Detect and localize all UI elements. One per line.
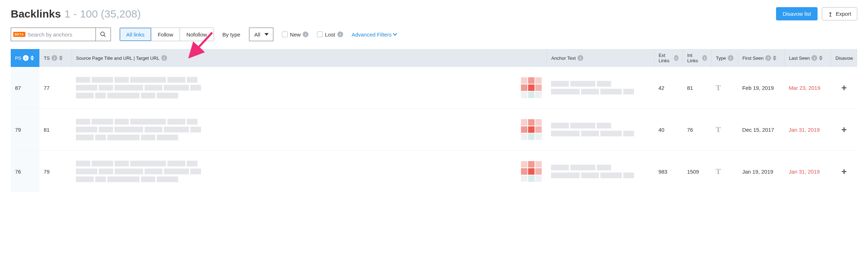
link-type-segment: All links Follow Nofollow (120, 28, 214, 41)
disavow-list-button[interactable]: Disavow list (776, 7, 817, 20)
cell-int-links: 76 (683, 109, 711, 151)
col-source[interactable]: Source Page Title and URL | Target URL i (72, 49, 547, 67)
cell-ext-links: 983 (654, 151, 683, 193)
cell-type: T (711, 151, 738, 193)
cell-ps: 87 (11, 67, 39, 109)
col-ps[interactable]: PS i (11, 49, 39, 67)
col-disavow: Disavow (831, 49, 857, 67)
chevron-down-icon (393, 31, 397, 35)
info-icon: i (577, 55, 583, 61)
lost-checkbox[interactable]: Lost i (317, 31, 343, 38)
bytype-select[interactable]: All (249, 28, 274, 41)
bytype-label: By type (223, 31, 240, 38)
export-label: Export (836, 11, 851, 17)
toolbar: BETA All links Follow Nofollow By type A… (11, 28, 857, 41)
info-icon: i (728, 55, 733, 61)
backlinks-table: PS i TS i Source Page Title and URL | Ta… (11, 49, 857, 192)
cell-int-links: 81 (683, 67, 711, 109)
cell-last-seen: Jan 31, 2019 (784, 151, 831, 193)
text-type-icon: T (716, 125, 721, 134)
cell-source (72, 67, 547, 109)
table-header: PS i TS i Source Page Title and URL | Ta… (11, 49, 857, 67)
cell-disavow: + (831, 109, 857, 151)
search-group: BETA (11, 28, 111, 41)
checkbox-icon (317, 31, 323, 37)
cell-first-seen: Jan 19, 2019 (738, 151, 784, 193)
text-type-icon: T (716, 83, 721, 92)
seg-nofollow[interactable]: Nofollow (180, 28, 214, 41)
cell-ps: 79 (11, 109, 39, 151)
svg-line-3 (104, 35, 106, 37)
cell-ext-links: 42 (654, 67, 683, 109)
col-first-seen[interactable]: First Seen i (738, 49, 784, 67)
cell-ts: 81 (39, 109, 72, 151)
seg-all-links[interactable]: All links (120, 28, 151, 41)
info-icon: i (303, 31, 308, 37)
cell-disavow: + (831, 67, 857, 109)
cell-anchor (547, 109, 654, 151)
cell-ts: 77 (39, 67, 72, 109)
sort-icon (30, 55, 34, 60)
bytype-value: All (254, 31, 260, 38)
search-icon (100, 31, 106, 38)
info-icon: i (811, 55, 817, 61)
page-range: 1 - 100 (35,208) (64, 8, 141, 20)
cell-ps: 76 (11, 151, 39, 193)
beta-badge: BETA (13, 32, 25, 37)
info-icon: i (161, 55, 167, 61)
cell-type: T (711, 109, 738, 151)
table-row: 87774281TFeb 19, 2019Mar 23, 2019+ (11, 67, 857, 109)
info-icon: i (52, 55, 57, 61)
new-label: New (290, 31, 301, 38)
table-row: 76799831509TJan 19, 2019Jan 31, 2019+ (11, 151, 857, 193)
sort-icon (819, 55, 823, 60)
export-button[interactable]: Export (822, 7, 857, 20)
new-checkbox[interactable]: New i (282, 31, 308, 38)
adv-filters-label: Advanced Filters (352, 31, 392, 38)
cell-ts: 79 (39, 151, 72, 193)
svg-point-2 (101, 32, 105, 36)
info-icon: i (674, 55, 678, 61)
cell-type: T (711, 67, 738, 109)
info-icon: i (765, 55, 771, 61)
disavow-add-button[interactable]: + (842, 166, 847, 177)
cell-first-seen: Dec 15, 2017 (738, 109, 784, 151)
col-last-seen[interactable]: Last Seen i (784, 49, 831, 67)
title-block: Backlinks 1 - 100 (35,208) (11, 8, 141, 20)
export-icon (828, 11, 833, 16)
disavow-add-button[interactable]: + (842, 124, 847, 135)
text-type-icon: T (716, 167, 721, 176)
page-title: Backlinks (11, 8, 61, 20)
cell-last-seen: Mar 23, 2019 (784, 67, 831, 109)
cell-last-seen: Jan 31, 2019 (784, 109, 831, 151)
col-ext-links[interactable]: Ext Links i (654, 49, 683, 67)
seg-follow[interactable]: Follow (151, 28, 180, 41)
cell-ext-links: 40 (654, 109, 683, 151)
col-int-links[interactable]: Int Links i (683, 49, 711, 67)
cell-disavow: + (831, 151, 857, 193)
page-header: Backlinks 1 - 100 (35,208) Disavow list … (11, 7, 857, 20)
col-ts[interactable]: TS i (39, 49, 72, 67)
sort-icon (773, 55, 776, 60)
cell-anchor (547, 67, 654, 109)
checkbox-icon (282, 31, 288, 37)
info-icon: i (23, 55, 29, 61)
cell-anchor (547, 151, 654, 193)
cell-source (72, 109, 547, 151)
table-body: 87774281TFeb 19, 2019Mar 23, 2019+798140… (11, 67, 857, 192)
search-input[interactable] (28, 28, 96, 41)
header-actions: Disavow list Export (776, 7, 857, 20)
disavow-add-button[interactable]: + (842, 82, 847, 93)
cell-int-links: 1509 (683, 151, 711, 193)
sort-icon (59, 55, 63, 60)
info-icon: i (702, 55, 707, 61)
table-row: 79814076TDec 15, 2017Jan 31, 2019+ (11, 109, 857, 151)
lost-label: Lost (325, 31, 335, 38)
info-icon: i (337, 31, 343, 37)
cell-source (72, 151, 547, 193)
advanced-filters-link[interactable]: Advanced Filters (352, 31, 397, 38)
search-button[interactable] (96, 28, 111, 41)
col-anchor[interactable]: Anchor Text i (547, 49, 654, 67)
col-type[interactable]: Type i (711, 49, 738, 67)
cell-first-seen: Feb 19, 2019 (738, 67, 784, 109)
